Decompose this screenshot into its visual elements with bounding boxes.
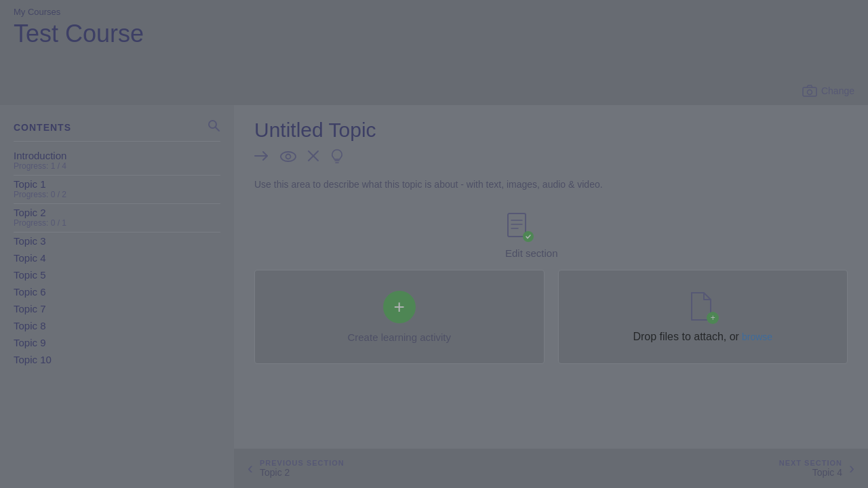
svg-point-1	[807, 90, 812, 95]
camera-icon	[802, 85, 817, 97]
svg-point-6	[286, 155, 291, 159]
prev-arrow-icon: ‹	[248, 459, 253, 478]
top-bar: My Courses Test Course Change	[0, 0, 868, 105]
topic-title: Untitled Topic	[254, 119, 848, 142]
next-section-nav[interactable]: NEXT SECTION Topic 4 ›	[779, 459, 854, 478]
next-section-text: NEXT SECTION Topic 4	[779, 459, 842, 478]
change-image-label: Change	[821, 85, 854, 96]
plus-circle-icon: +	[383, 291, 416, 323]
bulb-icon[interactable]	[330, 148, 344, 167]
svg-point-5	[281, 152, 296, 161]
topic-description: Use this area to describe what this topi…	[254, 178, 848, 192]
drop-files-card[interactable]: + Drop files to attach, or browse	[558, 270, 848, 364]
previous-section-nav[interactable]: ‹ PREVIOUS SECTION Topic 2	[248, 459, 344, 478]
file-icon-wrap: +	[689, 291, 716, 324]
create-activity-label: Create learning activity	[347, 331, 451, 343]
main-layout: CONTENTS Introduction Progress: 1 / 4 To…	[0, 105, 868, 488]
browse-link[interactable]: browse	[742, 331, 772, 342]
drop-files-label: Drop files to attach, or	[633, 331, 739, 343]
sidebar-item-topic8[interactable]: Topic 8	[14, 320, 220, 331]
arrow-right-icon[interactable]	[254, 150, 269, 165]
svg-rect-11	[508, 214, 526, 237]
sidebar-header: CONTENTS	[14, 119, 220, 142]
sidebar-item-topic3[interactable]: Topic 3	[14, 235, 220, 247]
search-icon	[207, 119, 220, 132]
edit-section-icon-wrap	[505, 212, 531, 243]
previous-section-topic: Topic 2	[260, 467, 344, 478]
edit-section-label[interactable]: Edit section	[505, 247, 558, 259]
topic-actions	[254, 148, 848, 167]
sidebar-item-topic4[interactable]: Topic 4	[14, 252, 220, 264]
search-button[interactable]	[207, 119, 220, 136]
close-icon[interactable]	[307, 150, 319, 165]
sidebar-item-topic7[interactable]: Topic 7	[14, 303, 220, 314]
contents-label: CONTENTS	[14, 122, 71, 133]
next-section-label: NEXT SECTION	[779, 459, 842, 467]
cards-row: + Create learning activity + Drop files …	[254, 270, 848, 364]
sidebar-item-topic6[interactable]: Topic 6	[14, 286, 220, 298]
previous-section-label: PREVIOUS SECTION	[260, 459, 344, 467]
sidebar-item-topic2[interactable]: Topic 2 Progress: 0 / 1	[14, 207, 220, 228]
content-area: Untitled Topic	[234, 105, 868, 488]
sidebar: CONTENTS Introduction Progress: 1 / 4 To…	[0, 105, 234, 488]
eye-icon[interactable]	[280, 150, 296, 165]
my-courses-link[interactable]: My Courses	[14, 7, 854, 17]
edit-section-area: Edit section	[505, 212, 848, 259]
drop-files-text-row: Drop files to attach, or browse	[633, 331, 772, 343]
svg-line-3	[216, 127, 220, 131]
bottom-nav: ‹ PREVIOUS SECTION Topic 2 NEXT SECTION …	[234, 449, 868, 488]
change-image-button[interactable]: Change	[802, 85, 854, 97]
file-add-badge: +	[707, 312, 719, 324]
sidebar-item-topic5[interactable]: Topic 5	[14, 269, 220, 281]
edit-section-badge	[523, 231, 534, 242]
course-title: Test Course	[14, 20, 854, 55]
create-learning-activity-card[interactable]: + Create learning activity	[254, 270, 545, 364]
next-arrow-icon: ›	[849, 459, 854, 478]
next-section-topic: Topic 4	[779, 467, 842, 478]
sidebar-item-topic10[interactable]: Topic 10	[14, 354, 220, 365]
sidebar-item-topic9[interactable]: Topic 9	[14, 337, 220, 348]
prev-section-text: PREVIOUS SECTION Topic 2	[260, 459, 344, 478]
sidebar-item-introduction[interactable]: Introduction Progress: 1 / 4	[14, 150, 220, 171]
sidebar-item-topic1[interactable]: Topic 1 Progress: 0 / 2	[14, 178, 220, 199]
